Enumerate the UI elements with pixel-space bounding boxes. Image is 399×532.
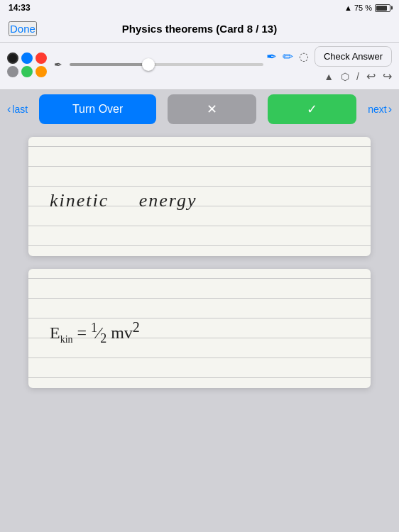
chevron-right-icon: › [388, 103, 392, 116]
card-front: kinetic energy [28, 137, 371, 256]
tool-section-right: ✒ ✏ ◌ Check Answer ▲ ⬡ / ↩ ↪ [266, 46, 392, 83]
color-green[interactable] [21, 66, 33, 77]
battery-icon [375, 4, 390, 12]
cross-icon: ✕ [207, 102, 217, 116]
color-blue[interactable] [21, 52, 33, 64]
cards-area: kinetic energy Ekin = 1⁄2 mv2 [0, 128, 399, 397]
undo-button[interactable]: ↩ [366, 70, 376, 83]
card-back: Ekin = 1⁄2 mv2 [28, 269, 371, 388]
color-orange[interactable] [35, 66, 47, 77]
next-button[interactable]: next › [368, 103, 392, 116]
card-front-content: kinetic energy [28, 137, 371, 250]
check-answer-button[interactable]: Check Answer [315, 46, 392, 67]
color-row2 [7, 66, 47, 77]
color-red[interactable] [35, 52, 47, 64]
pencil-tool-icon[interactable]: ✏ [283, 49, 293, 65]
pen-tool-icon[interactable]: ✒ [266, 49, 277, 65]
done-button[interactable]: Done [9, 21, 37, 36]
status-time: 14:33 [9, 3, 31, 13]
pen-size-icon: ✒ [54, 59, 62, 70]
color-row1 [7, 52, 47, 64]
nav-title: Physics theorems (Card 8 / 13) [122, 23, 277, 35]
color-and-slider: ✒ [7, 52, 266, 77]
eraser-tool-icon[interactable]: / [356, 71, 359, 82]
last-button[interactable]: ‹ last [7, 103, 28, 116]
card-front-text: kinetic energy [50, 190, 197, 211]
turn-over-button[interactable]: Turn Over [39, 94, 156, 124]
toolbar-top-row: ✒ ✒ ✏ ◌ Check Answer ▲ ⬡ / ↩ ↪ [7, 46, 392, 83]
status-bar: 14:33 ▲ 75 % [0, 0, 399, 16]
brush-size-slider[interactable] [70, 63, 263, 66]
check-button[interactable]: ✓ [268, 94, 356, 124]
tool-row2: ▲ ⬡ / ↩ ↪ [324, 70, 392, 83]
cross-button[interactable]: ✕ [168, 94, 256, 124]
check-icon: ✓ [307, 102, 317, 116]
color-gray[interactable] [7, 66, 18, 77]
lasso-tool-icon[interactable]: ◌ [299, 50, 309, 63]
chevron-left-icon: ‹ [7, 103, 11, 116]
color-black[interactable] [7, 52, 18, 64]
signal-icon: ▲ 75 % [344, 4, 372, 12]
card-back-formula: Ekin = 1⁄2 mv2 [50, 319, 140, 346]
next-label: next [368, 104, 386, 115]
selection-tool-icon[interactable]: ⬡ [341, 71, 349, 82]
nav-bar: Done Physics theorems (Card 8 / 13) [0, 16, 399, 43]
status-right: ▲ 75 % [344, 4, 390, 12]
last-label: last [12, 104, 28, 115]
tool-row1: ✒ ✏ ◌ Check Answer [266, 46, 392, 67]
nav-action-bar: ‹ last Turn Over ✕ ✓ next › [0, 90, 399, 128]
colors-stack [7, 52, 47, 77]
redo-button[interactable]: ↪ [383, 70, 392, 83]
cursor-tool-icon[interactable]: ▲ [324, 71, 334, 82]
card-back-content: Ekin = 1⁄2 mv2 [28, 269, 371, 382]
action-buttons: Turn Over ✕ ✓ [39, 94, 356, 124]
toolbar-section: ✒ ✒ ✏ ◌ Check Answer ▲ ⬡ / ↩ ↪ [0, 43, 399, 90]
